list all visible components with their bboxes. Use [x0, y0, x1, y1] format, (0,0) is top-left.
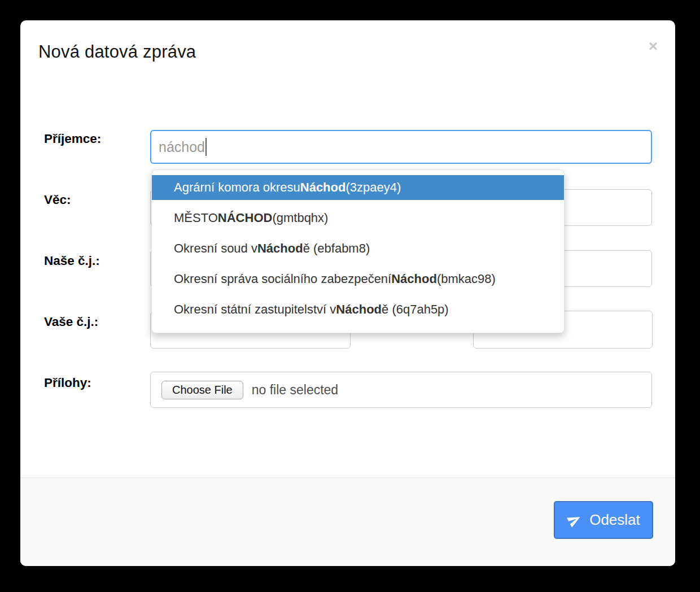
close-icon[interactable]: ×	[643, 36, 663, 56]
our-ref-label: Naše č.j.:	[44, 254, 100, 268]
your-ref-label: Vaše č.j.:	[44, 315, 98, 329]
recipient-label: Příjemce:	[44, 132, 101, 146]
attachments-label: Přílohy:	[44, 376, 91, 390]
dialog-footer: Odeslat	[20, 477, 675, 566]
autocomplete-item[interactable]: Okresní soud v Náchodě (ebfabm8)	[152, 236, 564, 261]
new-message-dialog: Nová datová zpráva × Příjemce: Věc: Naše…	[20, 20, 675, 566]
paper-plane-icon	[567, 512, 582, 528]
dialog-title: Nová datová zpráva	[38, 42, 196, 62]
recipient-input-value: náchod	[159, 139, 205, 155]
recipient-input[interactable]: náchod	[150, 130, 652, 164]
subject-label: Věc:	[44, 193, 71, 207]
text-cursor	[205, 138, 207, 156]
autocomplete-item[interactable]: Okresní správa sociálního zabezpečení Ná…	[152, 267, 564, 291]
autocomplete-item[interactable]: Agrární komora okresu Náchod (3zpaey4)	[152, 175, 564, 200]
file-status-text: no file selected	[252, 382, 338, 398]
recipient-autocomplete-dropdown: Agrární komora okresu Náchod (3zpaey4)MĚ…	[151, 169, 565, 333]
attachments-field: Choose File no file selected	[150, 372, 652, 408]
send-button-label: Odeslat	[589, 511, 640, 529]
autocomplete-item[interactable]: MĚSTO NÁCHOD (gmtbqhx)	[152, 206, 564, 230]
choose-file-button[interactable]: Choose File	[161, 381, 243, 399]
autocomplete-item[interactable]: Okresní státní zastupitelství v Náchodě …	[152, 297, 564, 322]
send-button[interactable]: Odeslat	[554, 501, 653, 539]
